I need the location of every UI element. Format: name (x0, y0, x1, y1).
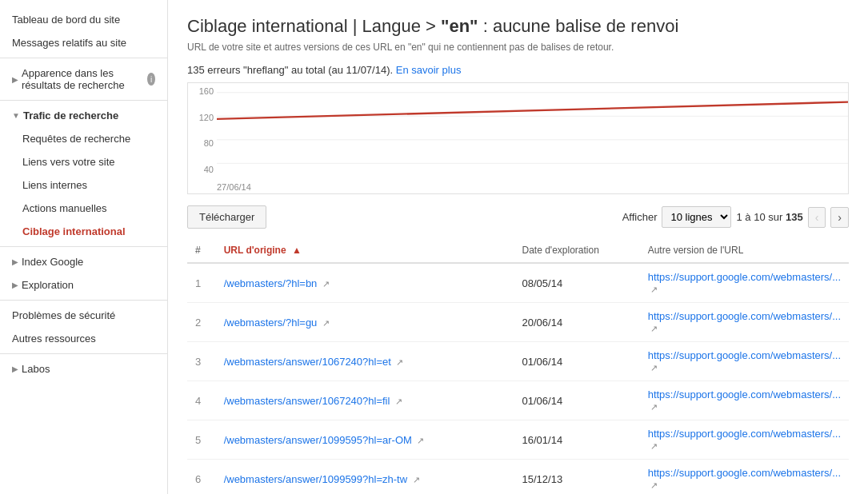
chart-svg (217, 83, 848, 177)
divider (0, 58, 167, 58)
url-link[interactable]: /webmasters/answer/1099599?hl=zh-tw (224, 473, 407, 485)
afficher-label: Afficher (622, 211, 658, 223)
row-alt-url: https://support.google.com/webmasters/..… (640, 381, 849, 420)
table-row: 6 /webmasters/answer/1099599?hl=zh-tw ↗ … (187, 460, 849, 495)
page-subtitle: URL de votre site et autres versions de … (187, 42, 849, 53)
external-link-icon: ↗ (650, 324, 658, 333)
row-num: 1 (187, 263, 216, 303)
sidebar-item-label: Actions manuelles (22, 202, 107, 214)
external-link-icon: ↗ (650, 441, 658, 451)
toolbar: Télécharger Afficher 10 lignes 25 lignes… (187, 205, 849, 229)
row-date: 01/06/14 (514, 381, 640, 420)
row-num: 6 (187, 460, 216, 495)
sidebar-item-label: Tableau de bord du site (12, 14, 120, 26)
chart-x-label: 27/06/14 (217, 182, 251, 192)
next-page-button[interactable]: › (830, 207, 849, 228)
sidebar-item-liens-votre-site[interactable]: Liens vers votre site (0, 150, 167, 173)
lines-per-page-select[interactable]: 10 lignes 25 lignes 50 lignes (662, 206, 731, 228)
col-header-url[interactable]: URL d'origine ▲ (216, 238, 514, 263)
sidebar-item-exploration[interactable]: ▶ Exploration (0, 273, 167, 297)
y-label-80: 80 (191, 138, 214, 148)
row-num: 5 (187, 420, 216, 460)
col-header-date: Date d'exploration (514, 238, 640, 263)
sidebar-item-label: Apparence dans les résultats de recherch… (22, 67, 142, 91)
chevron-right-icon: ▶ (12, 365, 18, 373)
y-label-160: 160 (191, 86, 214, 96)
external-link-icon: ↗ (395, 396, 402, 406)
external-link-icon: ↗ (417, 436, 424, 445)
chevron-right-icon: ▶ (12, 257, 18, 266)
sidebar-item-label: Autres ressources (12, 333, 96, 345)
table-row: 4 /webmasters/answer/1067240?hl=fil ↗ 01… (187, 381, 849, 420)
url-link[interactable]: /webmasters/answer/1067240?hl=et (224, 356, 391, 368)
external-link-icon: ↗ (413, 475, 420, 484)
title-highlight: "en" (441, 16, 478, 36)
sidebar-item-liens-internes[interactable]: Liens internes (0, 173, 167, 197)
chart-svg-area (217, 83, 848, 177)
sidebar-item-ciblage-international[interactable]: Ciblage international (0, 220, 167, 243)
row-num: 3 (187, 342, 216, 381)
alt-url-link[interactable]: https://support.google.com/webmasters/..… (648, 349, 841, 361)
url-link[interactable]: /webmasters/answer/1099595?hl=ar-OM (224, 434, 412, 446)
external-link-icon: ↗ (322, 318, 330, 328)
table-body: 1 /webmasters/?hl=bn ↗ 08/05/14 https://… (187, 263, 849, 494)
sidebar-item-label: Problèmes de sécurité (12, 309, 115, 321)
divider (0, 300, 167, 301)
table-row: 2 /webmasters/?hl=gu ↗ 20/06/14 https://… (187, 303, 849, 342)
sidebar-item-label: Requêtes de recherche (22, 133, 130, 145)
sidebar: Tableau de bord du site Messages relatif… (0, 0, 168, 494)
row-url: /webmasters/?hl=gu ↗ (216, 303, 514, 342)
sidebar-item-label: Liens vers votre site (22, 156, 115, 168)
sidebar-item-messages[interactable]: Messages relatifs au site (0, 31, 167, 54)
divider (0, 100, 167, 101)
col-header-num: # (187, 238, 216, 263)
chart-line (217, 102, 848, 119)
download-button[interactable]: Télécharger (187, 205, 266, 229)
sidebar-item-apparence[interactable]: ▶ Apparence dans les résultats de recher… (0, 62, 167, 97)
table-row: 1 /webmasters/?hl=bn ↗ 08/05/14 https://… (187, 263, 849, 303)
sidebar-item-tableau-de-bord[interactable]: Tableau de bord du site (0, 8, 167, 31)
sidebar-item-autres-ressources[interactable]: Autres ressources (0, 327, 167, 350)
alt-url-link[interactable]: https://support.google.com/webmasters/..… (648, 467, 841, 479)
sidebar-item-requetes[interactable]: Requêtes de recherche (0, 127, 167, 150)
sidebar-item-label: Trafic de recherche (23, 110, 118, 122)
row-alt-url: https://support.google.com/webmasters/..… (640, 342, 849, 381)
external-link-icon: ↗ (650, 363, 658, 372)
alt-url-link[interactable]: https://support.google.com/webmasters/..… (648, 388, 841, 400)
row-url: /webmasters/answer/1099599?hl=zh-tw ↗ (216, 460, 514, 495)
learn-more-link[interactable]: En savoir plus (396, 64, 462, 76)
y-label-120: 120 (191, 113, 214, 122)
row-url: /webmasters/answer/1067240?hl=fil ↗ (216, 381, 514, 420)
row-date: 16/01/14 (514, 420, 640, 460)
url-link[interactable]: /webmasters/?hl=gu (224, 317, 318, 329)
sidebar-item-label: Ciblage international (22, 225, 126, 237)
sidebar-item-labos[interactable]: ▶ Labos (0, 357, 167, 380)
alt-url-link[interactable]: https://support.google.com/webmasters/..… (648, 271, 841, 283)
row-url: /webmasters/answer/1099595?hl=ar-OM ↗ (216, 420, 514, 460)
chevron-right-icon: ▶ (12, 281, 18, 289)
alt-url-link[interactable]: https://support.google.com/webmasters/..… (648, 428, 841, 440)
sidebar-item-trafic[interactable]: ▼ Trafic de recherche (0, 104, 167, 127)
row-num: 2 (187, 303, 216, 342)
data-table: # URL d'origine ▲ Date d'exploration Aut… (187, 238, 849, 494)
divider (0, 246, 167, 247)
title-suffix: : aucune balise de renvoi (478, 16, 679, 36)
chevron-down-icon: ▼ (12, 111, 20, 120)
url-link[interactable]: /webmasters/answer/1067240?hl=fil (224, 395, 390, 407)
prev-page-button[interactable]: ‹ (808, 207, 826, 228)
info-icon[interactable]: i (147, 73, 155, 86)
external-link-icon: ↗ (650, 402, 658, 412)
sidebar-item-index-google[interactable]: ▶ Index Google (0, 250, 167, 273)
col-header-alt: Autre version de l'URL (640, 238, 849, 263)
sidebar-item-problemes-securite[interactable]: Problèmes de sécurité (0, 304, 167, 327)
alt-url-link[interactable]: https://support.google.com/webmasters/..… (648, 310, 841, 322)
url-link[interactable]: /webmasters/?hl=bn (224, 277, 318, 289)
sort-ascending-icon: ▲ (292, 245, 302, 256)
row-date: 20/06/14 (514, 303, 640, 342)
page-info: 1 à 10 sur 135 (736, 211, 802, 223)
row-alt-url: https://support.google.com/webmasters/..… (640, 303, 849, 342)
external-link-icon: ↗ (650, 285, 658, 294)
row-url: /webmasters/answer/1067240?hl=et ↗ (216, 342, 514, 381)
sidebar-item-actions-manuelles[interactable]: Actions manuelles (0, 197, 167, 220)
divider (0, 353, 167, 354)
